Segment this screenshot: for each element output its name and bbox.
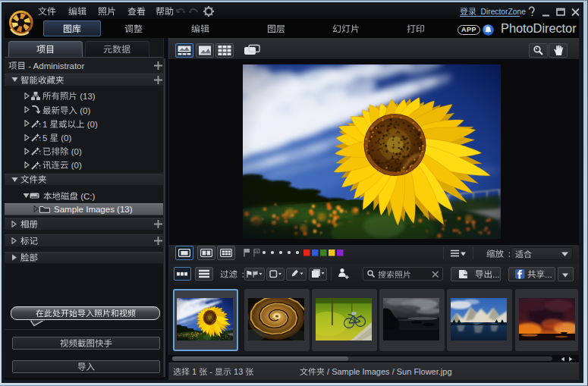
- svg-text:(13): (13): [77, 92, 96, 101]
- svg-text:5: 5: [42, 133, 50, 143]
- svg-text:1: 1: [42, 119, 50, 128]
- svg-text:/ Sample Images / Sun Flower.j: / Sample Images / Sun Flower.jpg: [325, 367, 452, 376]
- svg-text:- Administrator: - Administrator: [26, 61, 84, 71]
- svg-text:DirectorZone: DirectorZone: [481, 8, 527, 16]
- svg-text:(0): (0): [85, 119, 98, 128]
- svg-text:-: -: [207, 367, 215, 376]
- svg-text:13: 13: [231, 367, 245, 376]
- svg-text:1: 1: [190, 367, 199, 376]
- svg-text:...: ...: [492, 270, 500, 279]
- svg-text:(0): (0): [58, 133, 71, 143]
- svg-text:(0): (0): [77, 105, 90, 115]
- svg-text:(C:): (C:): [78, 192, 96, 201]
- svg-text:(0): (0): [69, 147, 82, 156]
- svg-text:(0): (0): [69, 161, 82, 170]
- svg-text:...: ...: [545, 270, 552, 279]
